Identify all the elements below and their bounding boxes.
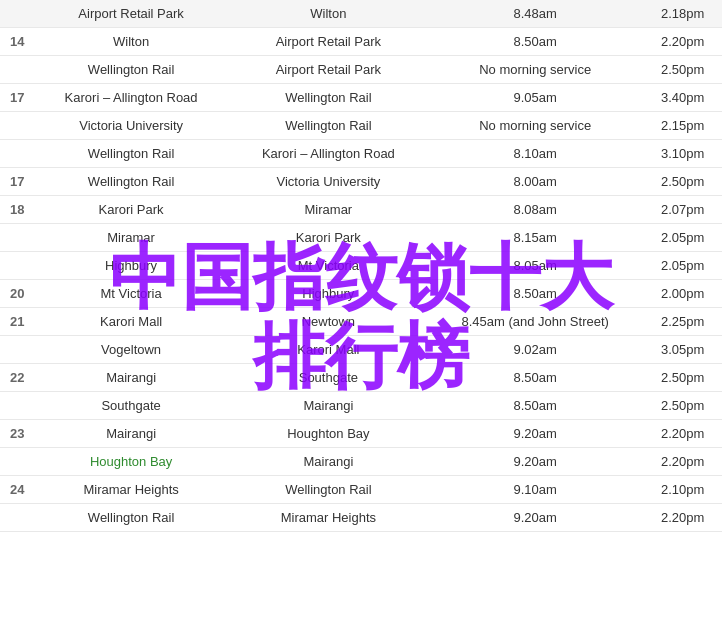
- table-row: 24Miramar HeightsWellington Rail9.10am2.…: [0, 476, 722, 504]
- to-stop: Miramar Heights: [230, 504, 427, 532]
- evening-time: 2.00pm: [643, 280, 722, 308]
- morning-time: 8.48am: [427, 0, 643, 28]
- table-row: 18Karori ParkMiramar8.08am2.07pm: [0, 196, 722, 224]
- from-stop: Wellington Rail: [32, 504, 229, 532]
- morning-time: 9.20am: [427, 448, 643, 476]
- table-row: Victoria UniversityWellington RailNo mor…: [0, 112, 722, 140]
- route-number: [0, 56, 32, 84]
- to-stop: Karori – Allington Road: [230, 140, 427, 168]
- table-row: MiramarKarori Park8.15am2.05pm: [0, 224, 722, 252]
- evening-time: 2.05pm: [643, 252, 722, 280]
- morning-time: 8.50am: [427, 392, 643, 420]
- morning-time: 9.05am: [427, 84, 643, 112]
- to-stop: Karori Mall: [230, 336, 427, 364]
- route-number: [0, 224, 32, 252]
- from-stop: Wilton: [32, 28, 229, 56]
- schedule-table: Airport Retail ParkWilton8.48am2.18pm14W…: [0, 0, 722, 532]
- table-row: 14WiltonAirport Retail Park8.50am2.20pm: [0, 28, 722, 56]
- table-row: 17Wellington RailVictoria University8.00…: [0, 168, 722, 196]
- route-number: 22: [0, 364, 32, 392]
- morning-time: 9.20am: [427, 420, 643, 448]
- table-row: 22MairangiSouthgate8.50am2.50pm: [0, 364, 722, 392]
- evening-time: 3.40pm: [643, 84, 722, 112]
- route-number: 21: [0, 308, 32, 336]
- to-stop: Mairangi: [230, 392, 427, 420]
- table-row: 17Karori – Allington RoadWellington Rail…: [0, 84, 722, 112]
- route-number: [0, 504, 32, 532]
- evening-time: 2.20pm: [643, 504, 722, 532]
- to-stop: Wellington Rail: [230, 476, 427, 504]
- table-row: Houghton BayMairangi9.20am2.20pm: [0, 448, 722, 476]
- table-row: 21Karori MallNewtown8.45am (and John Str…: [0, 308, 722, 336]
- to-stop: Miramar: [230, 196, 427, 224]
- morning-time: 8.50am: [427, 280, 643, 308]
- route-number: 17: [0, 168, 32, 196]
- to-stop: Mt Victoria: [230, 252, 427, 280]
- to-stop: Victoria University: [230, 168, 427, 196]
- schedule-table-container: Airport Retail ParkWilton8.48am2.18pm14W…: [0, 0, 722, 532]
- route-number: 23: [0, 420, 32, 448]
- to-stop: Houghton Bay: [230, 420, 427, 448]
- evening-time: 2.10pm: [643, 476, 722, 504]
- to-stop: Karori Park: [230, 224, 427, 252]
- table-row: Wellington RailMiramar Heights9.20am2.20…: [0, 504, 722, 532]
- morning-time: 9.20am: [427, 504, 643, 532]
- route-number: 24: [0, 476, 32, 504]
- route-number: 14: [0, 28, 32, 56]
- route-number: [0, 140, 32, 168]
- table-row: 23MairangiHoughton Bay9.20am2.20pm: [0, 420, 722, 448]
- route-number: [0, 0, 32, 28]
- morning-time: 8.45am (and John Street): [427, 308, 643, 336]
- from-stop: Wellington Rail: [32, 168, 229, 196]
- route-number: [0, 252, 32, 280]
- from-stop: Karori – Allington Road: [32, 84, 229, 112]
- from-stop: Houghton Bay: [32, 448, 229, 476]
- from-stop: Karori Mall: [32, 308, 229, 336]
- evening-time: 2.50pm: [643, 168, 722, 196]
- table-row: VogeltownKarori Mall9.02am3.05pm: [0, 336, 722, 364]
- to-stop: Wellington Rail: [230, 112, 427, 140]
- morning-time: 8.15am: [427, 224, 643, 252]
- morning-time: 8.00am: [427, 168, 643, 196]
- morning-time: No morning service: [427, 112, 643, 140]
- from-stop: Karori Park: [32, 196, 229, 224]
- to-stop: Airport Retail Park: [230, 28, 427, 56]
- evening-time: 2.50pm: [643, 364, 722, 392]
- from-stop: Wellington Rail: [32, 56, 229, 84]
- evening-time: 2.05pm: [643, 224, 722, 252]
- evening-time: 2.20pm: [643, 448, 722, 476]
- evening-time: 2.20pm: [643, 28, 722, 56]
- route-number: 20: [0, 280, 32, 308]
- morning-time: 8.50am: [427, 364, 643, 392]
- from-stop: Southgate: [32, 392, 229, 420]
- to-stop: Southgate: [230, 364, 427, 392]
- evening-time: 2.25pm: [643, 308, 722, 336]
- route-number: [0, 336, 32, 364]
- to-stop: Newtown: [230, 308, 427, 336]
- evening-time: 2.15pm: [643, 112, 722, 140]
- from-stop: Mairangi: [32, 364, 229, 392]
- from-stop: Victoria University: [32, 112, 229, 140]
- route-number: 17: [0, 84, 32, 112]
- from-stop: Miramar Heights: [32, 476, 229, 504]
- morning-time: 8.50am: [427, 28, 643, 56]
- from-stop: Vogeltown: [32, 336, 229, 364]
- to-stop: Mairangi: [230, 448, 427, 476]
- from-stop: Highbury: [32, 252, 229, 280]
- to-stop: Airport Retail Park: [230, 56, 427, 84]
- table-row: Airport Retail ParkWilton8.48am2.18pm: [0, 0, 722, 28]
- table-row: Wellington RailKarori – Allington Road8.…: [0, 140, 722, 168]
- evening-time: 2.50pm: [643, 392, 722, 420]
- from-stop: Wellington Rail: [32, 140, 229, 168]
- route-number: [0, 392, 32, 420]
- table-row: HighburyMt Victoria8.05am2.05pm: [0, 252, 722, 280]
- from-stop: Miramar: [32, 224, 229, 252]
- table-row: Wellington RailAirport Retail ParkNo mor…: [0, 56, 722, 84]
- table-row: SouthgateMairangi8.50am2.50pm: [0, 392, 722, 420]
- morning-time: 9.10am: [427, 476, 643, 504]
- morning-time: 8.05am: [427, 252, 643, 280]
- evening-time: 2.50pm: [643, 56, 722, 84]
- route-number: [0, 448, 32, 476]
- evening-time: 3.05pm: [643, 336, 722, 364]
- from-stop: Mairangi: [32, 420, 229, 448]
